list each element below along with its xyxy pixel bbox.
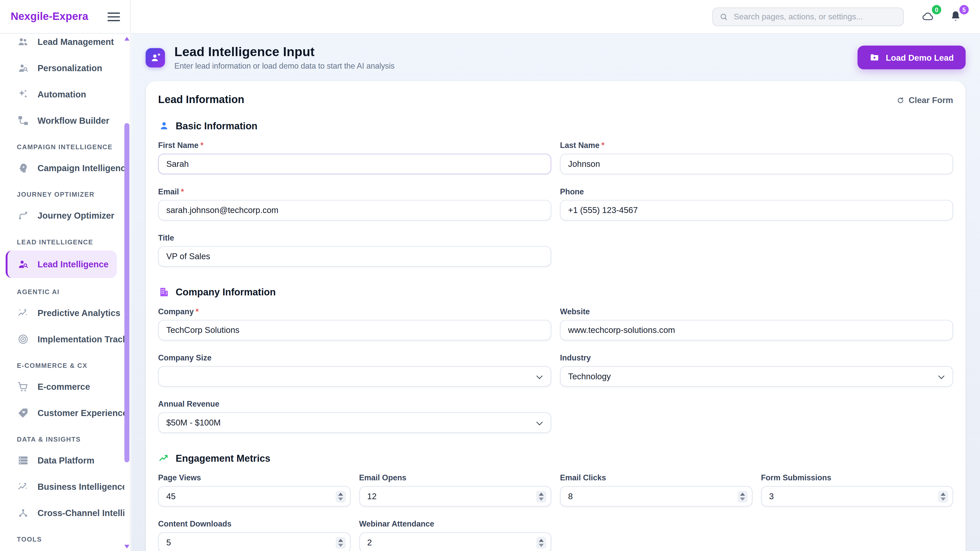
number-stepper[interactable]	[536, 537, 546, 549]
hamburger-menu-icon[interactable]	[107, 12, 120, 21]
title-label: Title	[158, 233, 551, 242]
stepper-up-icon[interactable]	[740, 492, 745, 495]
psychology-icon	[17, 162, 29, 174]
sidebar-item-label: Data Platform	[38, 455, 94, 465]
industry-select[interactable]: Technology	[560, 366, 953, 387]
sidebar-item-lead-intelligence[interactable]: Lead Intelligence	[6, 251, 117, 278]
page-title: Lead Intelligence Input	[174, 44, 395, 59]
sidebar-item-implementation-tracker[interactable]: Implementation Track...	[0, 327, 124, 352]
clear-form-button[interactable]: Clear Form	[896, 95, 953, 105]
sidebar-item-label: Cross-Channel Intellig...	[38, 508, 124, 518]
company-size-label: Company Size	[158, 354, 551, 362]
content-downloads-input[interactable]	[158, 532, 350, 551]
number-stepper[interactable]	[938, 490, 948, 502]
global-search	[713, 7, 904, 26]
sync-status-button[interactable]: 0	[921, 9, 936, 24]
email-label: Email*	[158, 187, 551, 196]
workflow-icon	[17, 114, 29, 127]
scroll-up-arrow-icon[interactable]	[124, 37, 129, 41]
card-title: Lead Information	[158, 94, 245, 106]
number-stepper[interactable]	[335, 537, 345, 549]
person-search-icon	[17, 62, 29, 74]
card-header: Lead Information Clear Form	[158, 94, 953, 106]
sidebar-item-label: Campaign Intelligence	[38, 163, 124, 173]
company-input[interactable]	[158, 320, 551, 341]
page-views-label: Page Views	[158, 473, 350, 482]
company-label: Company*	[158, 307, 551, 316]
title-input[interactable]	[158, 246, 551, 267]
annual-revenue-field: Annual Revenue $50M - $100M	[158, 400, 551, 433]
email-opens-input[interactable]	[359, 486, 551, 507]
sidebar-item-ecommerce[interactable]: E-commerce	[0, 374, 124, 399]
sidebar-item-lead-management[interactable]: Lead Management	[0, 35, 124, 54]
number-stepper[interactable]	[335, 490, 345, 502]
number-stepper[interactable]	[536, 490, 546, 502]
sidebar-nav: Lead Management Personalization Automati…	[0, 35, 124, 551]
scroll-down-arrow-icon[interactable]	[124, 545, 129, 549]
brand-logo: Nexgile-Expera	[11, 10, 88, 23]
notifications-button[interactable]: 5	[949, 9, 964, 24]
stepper-up-icon[interactable]	[539, 538, 544, 541]
industry-label: Industry	[560, 354, 953, 362]
sidebar-item-campaign-intelligence[interactable]: Campaign Intelligence	[0, 156, 124, 181]
chevron-down-icon	[536, 373, 542, 379]
page-views-input[interactable]	[158, 486, 350, 507]
topbar: 0 5	[131, 0, 980, 34]
search-input[interactable]	[713, 7, 904, 26]
sidebar-item-data-platform[interactable]: Data Platform	[0, 448, 124, 473]
sidebar-item-workflow-builder[interactable]: Workflow Builder	[0, 108, 124, 133]
last-name-input[interactable]	[560, 154, 953, 174]
load-demo-lead-button[interactable]: Load Demo Lead	[858, 46, 966, 69]
phone-field: Phone	[560, 187, 953, 221]
hub-icon	[17, 507, 29, 519]
phone-input[interactable]	[560, 200, 953, 221]
sidebar-item-cross-channel-intelligence[interactable]: Cross-Channel Intellig...	[0, 500, 124, 526]
email-input[interactable]	[158, 200, 551, 221]
email-clicks-field: Email Clicks	[560, 473, 752, 507]
stepper-up-icon[interactable]	[941, 492, 946, 495]
sidebar-item-predictive-analytics[interactable]: Predictive Analytics	[0, 300, 124, 326]
stepper-up-icon[interactable]	[539, 492, 544, 495]
sidebar-item-customer-experience[interactable]: Customer Experience	[0, 400, 124, 426]
number-stepper[interactable]	[737, 490, 747, 502]
stepper-down-icon[interactable]	[338, 497, 343, 500]
sidebar-item-label: Business Intelligence	[38, 482, 124, 492]
sidebar-item-journey-optimizer[interactable]: Journey Optimizer	[0, 203, 124, 228]
sidebar-item-automation[interactable]: Automation	[0, 82, 124, 107]
stepper-down-icon[interactable]	[539, 497, 544, 500]
first-name-input[interactable]	[158, 154, 551, 174]
page-subtitle: Enter lead information or load demo data…	[174, 62, 395, 70]
email-opens-label: Email Opens	[359, 473, 551, 482]
sidebar-scrollbar-thumb[interactable]	[124, 123, 129, 462]
website-input[interactable]	[560, 320, 953, 341]
page-header-text: Lead Intelligence Input Enter lead infor…	[174, 44, 395, 71]
sidebar-item-business-intelligence[interactable]: Business Intelligence	[0, 474, 124, 499]
section-title: Basic Information	[176, 120, 258, 131]
stepper-down-icon[interactable]	[338, 544, 343, 547]
email-clicks-input[interactable]	[560, 486, 752, 507]
website-label: Website	[560, 307, 953, 316]
form-submissions-input[interactable]	[761, 486, 953, 507]
last-name-label: Last Name*	[560, 141, 953, 150]
company-size-select[interactable]	[158, 366, 551, 387]
sidebar-section-tools: TOOLS	[0, 533, 124, 545]
search-icon	[719, 11, 729, 21]
first-name-label: First Name*	[158, 141, 551, 150]
person-icon	[158, 120, 170, 132]
refresh-icon	[896, 95, 905, 105]
person-search-icon	[17, 258, 29, 270]
sidebar-item-personalization[interactable]: Personalization	[0, 56, 124, 81]
sidebar-section-ecommerce-cx: E-COMMERCE & CX	[0, 359, 124, 372]
trending-up-icon	[158, 452, 170, 464]
cart-icon	[17, 380, 29, 393]
stepper-down-icon[interactable]	[941, 497, 946, 500]
sidebar-scrollbar[interactable]	[124, 36, 129, 550]
annual-revenue-select[interactable]: $50M - $100M	[158, 412, 551, 433]
sidebar-item-label: Workflow Builder	[38, 116, 109, 125]
stepper-up-icon[interactable]	[338, 492, 343, 495]
sidebar-item-label: Automation	[38, 89, 86, 99]
stepper-up-icon[interactable]	[338, 538, 343, 541]
webinar-attendance-input[interactable]	[359, 532, 551, 551]
stepper-down-icon[interactable]	[539, 544, 544, 547]
stepper-down-icon[interactable]	[740, 497, 745, 500]
